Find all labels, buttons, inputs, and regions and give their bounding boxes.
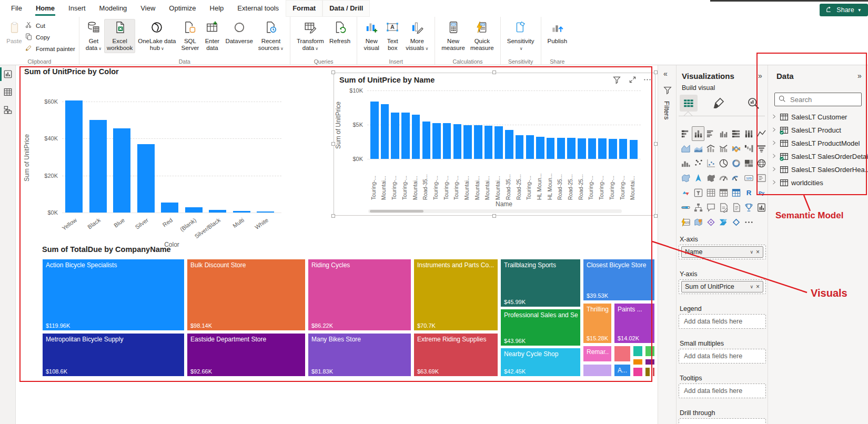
bar-hl-moun-[interactable] [547,138,555,159]
treemap-tile-instruments-and-parts-co[interactable]: Instruments and Parts Co...$70.7K [413,259,498,331]
smart-narrative-icon[interactable] [717,200,730,215]
pie-chart-icon[interactable] [717,156,730,170]
focus-mode-icon[interactable] [628,75,637,86]
treemap-tile-many-bikes-store[interactable]: Many Bikes Store$81.83K [308,333,411,377]
arcgis-map-icon[interactable] [692,215,704,229]
treemap-tile[interactable] [583,364,612,377]
table-icon[interactable] [704,185,717,200]
expand-chevron-icon[interactable] [771,166,777,174]
well-dropzone-legend[interactable]: Add data fields here [679,314,766,329]
clustered-bar-chart-icon[interactable] [704,126,717,141]
bar-touring-[interactable] [370,102,379,159]
histogram-chart-icon[interactable] [679,156,692,170]
table-item-saleslt-customer[interactable]: SalesLT Customer [771,110,866,124]
expand-chevron-icon[interactable] [771,113,777,121]
power-automate-icon[interactable] [717,215,730,229]
expand-chevron-icon[interactable] [771,179,777,187]
resize-handle[interactable] [492,70,496,74]
treemap-tile-trailblazing-sports[interactable]: Trailblazing Sports$45.99K [500,259,581,307]
copy-button[interactable]: Copy [25,33,75,42]
collapse-visualizations-chevron[interactable]: » [758,72,762,80]
new-visual-button[interactable]: Newvisual [361,19,382,53]
resize-handle[interactable] [654,214,658,218]
power-apps-icon[interactable] [730,215,742,229]
treemap-tile-metropolitan-bicycle-supply[interactable]: Metropolitan Bicycle Supply$108.6K [42,333,185,377]
expand-filters-chevron[interactable]: « [663,69,668,78]
analytics-tab[interactable] [747,97,760,112]
bar-touring-[interactable] [588,138,597,159]
search-input[interactable] [789,95,847,104]
waterfall-chart-icon[interactable] [742,141,755,156]
bar-road-35-[interactable] [557,138,566,159]
treemap-tile[interactable] [633,346,643,357]
filter-icon[interactable] [612,75,621,86]
bar-road-25-[interactable] [516,135,524,159]
bar-touring-[interactable] [443,123,451,159]
bar-touring-[interactable] [526,135,534,159]
expand-chevron-icon[interactable] [771,139,777,147]
bar-road-35-[interactable] [422,122,431,159]
bar-touring-[interactable] [598,138,607,159]
well-dropzone-y-axis[interactable]: Sum of UnitPrice∨× [679,279,766,294]
bar--blank-[interactable] [185,207,203,213]
treemap-tile[interactable] [633,359,643,365]
qa-button-icon[interactable]: 123 [679,215,692,229]
table-item-saleslt-salesorderhea[interactable]: SalesLT SalesOrderHea... [771,163,866,176]
bar-mountai-[interactable] [485,126,493,159]
area-chart-icon[interactable] [679,141,692,156]
r-script-visual-icon[interactable]: R [742,185,755,200]
menu-tab-modeling[interactable]: Modeling [93,0,134,17]
ribbon-chart-icon[interactable] [730,141,742,156]
treemap-tile[interactable] [645,346,655,357]
matrix-icon[interactable] [717,185,730,200]
remove-field-icon[interactable]: × [756,283,760,290]
line-and-clustered-column-chart-icon[interactable] [717,141,730,156]
more-visual-options-icon[interactable] [742,215,755,229]
bar-yellow[interactable] [65,100,83,213]
map-icon[interactable] [755,156,768,170]
paginated-report-icon[interactable] [730,200,742,215]
treemap-tile-remar[interactable]: Remar... [583,346,612,362]
resize-handle[interactable] [331,70,335,74]
get-data-button[interactable]: Getdata∨ [83,19,104,54]
treemap-tile-professional-sales-and-se[interactable]: Professional Sales and Se...$43.96K [500,309,581,346]
bar-touring-[interactable] [391,113,399,159]
text-box-button[interactable]: ATextbox [382,19,403,53]
bar-road-25-[interactable] [567,138,576,159]
speedometer-icon[interactable] [730,170,742,185]
table-item-saleslt-productmodel[interactable]: SalesLT ProductModel [771,137,866,150]
treemap-tile-eastside-department-store[interactable]: Eastside Department Store$92.66K [187,333,306,377]
menu-tab-insert[interactable]: Insert [62,0,93,17]
100-stacked-bar-chart-icon[interactable] [730,126,742,141]
treemap-tile-a[interactable]: A... [614,364,631,377]
bar-blue[interactable] [113,128,130,213]
bar-mountai-[interactable] [463,125,472,159]
card-icon[interactable]: 123 [742,170,755,185]
treemap-tile-thrilling[interactable]: Thrilling...$15.28K [583,303,612,344]
more-visuals-button[interactable]: Morevisuals∨ [403,19,431,54]
menu-tab-home[interactable]: Home [29,0,62,17]
chevron-down-icon[interactable]: ∨ [750,249,753,255]
bar-mountai-[interactable] [630,140,638,159]
field-pill[interactable]: Sum of UnitPrice∨× [681,281,763,292]
bar-white[interactable] [257,211,274,213]
model-view-button[interactable] [0,101,16,119]
bar-touring-[interactable] [609,139,617,159]
well-dropzone-x-axis[interactable]: Name∨× [679,245,766,259]
report-visual-icon[interactable] [755,200,768,215]
publish-button[interactable]: Publish [545,19,570,46]
bar-mountai-[interactable] [494,126,503,159]
bar-touring-[interactable] [401,113,410,159]
menu-tab-view[interactable]: View [134,0,162,17]
100-stacked-column-chart-icon[interactable] [742,126,755,141]
treemap-tile[interactable] [645,367,650,377]
resize-handle[interactable] [654,142,658,146]
share-button[interactable]: Share ▼ [820,4,868,16]
line-and-stacked-column-chart-icon[interactable] [704,141,717,156]
resize-handle[interactable] [492,214,496,218]
table-view-button[interactable] [0,83,16,101]
bar-touring-[interactable] [619,139,628,159]
h-scrollbar-thumb[interactable] [370,210,423,213]
treemap-tile-nearby-cycle-shop[interactable]: Nearby Cycle Shop$42.45K [500,348,581,377]
report-view-button[interactable] [0,65,16,83]
